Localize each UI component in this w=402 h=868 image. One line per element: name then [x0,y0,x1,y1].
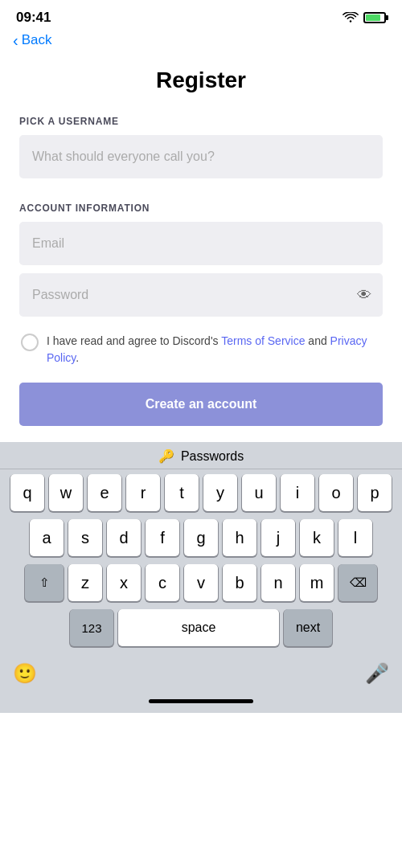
key-b[interactable]: b [223,564,256,601]
back-chevron-icon: ‹ [13,32,18,48]
terms-link[interactable]: Terms of Service [221,334,305,347]
keyboard-bottom-bar: 🙂 🎤 [0,657,402,693]
password-input[interactable] [19,273,383,317]
key-o[interactable]: o [319,474,353,511]
key-t[interactable]: t [165,474,199,511]
terms-prefix: I have read and agree to Discord's [47,334,221,347]
page-title: Register [19,68,383,93]
key-q[interactable]: q [10,474,44,511]
back-label: Back [22,32,52,48]
username-section-label: PICK A USERNAME [19,116,383,127]
status-time: 09:41 [16,10,51,26]
key-n[interactable]: n [261,564,295,601]
battery-fill [366,14,380,21]
next-key[interactable]: next [284,609,332,646]
key-a[interactable]: a [30,519,64,556]
key-r[interactable]: r [126,474,160,511]
shift-key[interactable]: ⇧ [25,564,64,601]
space-key[interactable]: space [118,609,279,646]
passwords-suggestion-label[interactable]: Passwords [181,449,244,464]
key-f[interactable]: f [146,519,179,556]
delete-key[interactable]: ⌫ [338,564,377,601]
create-account-button[interactable]: Create an account [19,383,383,426]
key-j[interactable]: j [261,519,295,556]
key-m[interactable]: m [300,564,334,601]
terms-text: I have read and agree to Discord's Terms… [47,333,381,366]
key-w[interactable]: w [49,474,83,511]
key-x[interactable]: x [107,564,141,601]
terms-and: and [305,334,330,347]
account-section-label: ACCOUNT INFORMATION [19,203,383,214]
terms-period: . [76,351,79,364]
keyboard-suggestions-bar: 🔑 Passwords [0,442,402,469]
terms-checkbox-row: I have read and agree to Discord's Terms… [19,333,383,366]
key-e[interactable]: e [88,474,121,511]
key-l[interactable]: l [338,519,372,556]
key-d[interactable]: d [107,519,141,556]
key-u[interactable]: u [242,474,276,511]
numbers-key[interactable]: 123 [70,609,113,646]
status-bar: 09:41 [0,0,402,29]
username-input[interactable] [19,135,383,178]
key-h[interactable]: h [223,519,256,556]
terms-checkbox[interactable] [21,334,39,351]
keyboard-rows: q w e r t y u i o p a s d f g h j k l ⇧ … [0,469,402,657]
show-password-icon[interactable]: 👁 [357,287,371,304]
home-indicator [0,693,402,713]
key-s[interactable]: s [68,519,102,556]
wifi-icon [343,12,359,23]
key-v[interactable]: v [184,564,218,601]
key-i[interactable]: i [281,474,314,511]
keyboard-row-2: a s d f g h j k l [3,519,399,556]
email-input[interactable] [19,222,383,265]
key-y[interactable]: y [203,474,237,511]
keyboard-row-3: ⇧ z x c v b n m ⌫ [3,564,399,601]
key-c[interactable]: c [146,564,179,601]
key-g[interactable]: g [184,519,218,556]
account-section: ACCOUNT INFORMATION 👁 [19,203,383,317]
mic-button[interactable]: 🎤 [365,662,389,685]
username-section: PICK A USERNAME [19,116,383,186]
status-icons [343,12,386,23]
passwords-key-icon: 🔑 [158,448,174,464]
nav-bar: ‹ Back [0,29,402,55]
key-k[interactable]: k [300,519,334,556]
battery-icon [363,12,386,23]
back-button[interactable]: ‹ Back [13,32,51,48]
keyboard: 🔑 Passwords q w e r t y u i o p a s d f … [0,442,402,713]
key-z[interactable]: z [68,564,102,601]
home-bar [149,699,253,703]
keyboard-row-1: q w e r t y u i o p [3,474,399,511]
emoji-button[interactable]: 🙂 [13,662,37,685]
main-content: Register PICK A USERNAME ACCOUNT INFORMA… [0,55,402,442]
keyboard-row-4: 123 space next [3,609,399,646]
key-p[interactable]: p [358,474,392,511]
password-wrapper: 👁 [19,273,383,317]
